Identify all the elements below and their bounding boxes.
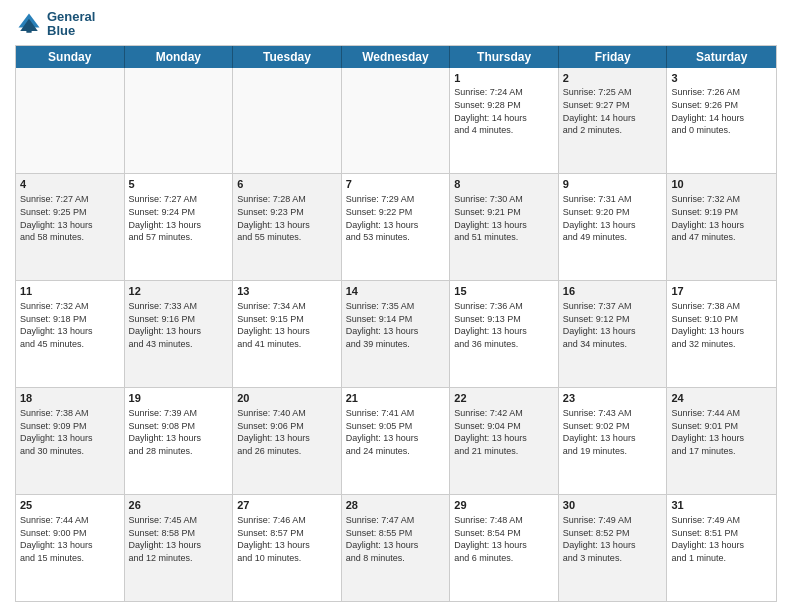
day-info: Sunrise: 7:33 AMSunset: 9:16 PMDaylight:…	[129, 300, 229, 350]
calendar-header: SundayMondayTuesdayWednesdayThursdayFrid…	[16, 46, 776, 68]
svg-rect-2	[26, 28, 31, 33]
day-number: 7	[346, 177, 446, 192]
day-info: Sunrise: 7:39 AMSunset: 9:08 PMDaylight:…	[129, 407, 229, 457]
day-info: Sunrise: 7:38 AMSunset: 9:10 PMDaylight:…	[671, 300, 772, 350]
day-cell-8: 8Sunrise: 7:30 AMSunset: 9:21 PMDaylight…	[450, 174, 559, 280]
day-cell-19: 19Sunrise: 7:39 AMSunset: 9:08 PMDayligh…	[125, 388, 234, 494]
day-cell-24: 24Sunrise: 7:44 AMSunset: 9:01 PMDayligh…	[667, 388, 776, 494]
day-cell-5: 5Sunrise: 7:27 AMSunset: 9:24 PMDaylight…	[125, 174, 234, 280]
day-info: Sunrise: 7:34 AMSunset: 9:15 PMDaylight:…	[237, 300, 337, 350]
day-number: 26	[129, 498, 229, 513]
day-info: Sunrise: 7:28 AMSunset: 9:23 PMDaylight:…	[237, 193, 337, 243]
day-number: 5	[129, 177, 229, 192]
day-cell-1: 1Sunrise: 7:24 AMSunset: 9:28 PMDaylight…	[450, 68, 559, 174]
day-info: Sunrise: 7:27 AMSunset: 9:24 PMDaylight:…	[129, 193, 229, 243]
calendar-row-3: 11Sunrise: 7:32 AMSunset: 9:18 PMDayligh…	[16, 280, 776, 387]
day-cell-20: 20Sunrise: 7:40 AMSunset: 9:06 PMDayligh…	[233, 388, 342, 494]
calendar-body: 1Sunrise: 7:24 AMSunset: 9:28 PMDaylight…	[16, 68, 776, 601]
day-info: Sunrise: 7:35 AMSunset: 9:14 PMDaylight:…	[346, 300, 446, 350]
day-info: Sunrise: 7:46 AMSunset: 8:57 PMDaylight:…	[237, 514, 337, 564]
day-cell-4: 4Sunrise: 7:27 AMSunset: 9:25 PMDaylight…	[16, 174, 125, 280]
day-number: 21	[346, 391, 446, 406]
day-number: 8	[454, 177, 554, 192]
day-info: Sunrise: 7:32 AMSunset: 9:18 PMDaylight:…	[20, 300, 120, 350]
day-info: Sunrise: 7:37 AMSunset: 9:12 PMDaylight:…	[563, 300, 663, 350]
logo: General Blue	[15, 10, 95, 39]
day-number: 11	[20, 284, 120, 299]
logo-icon	[15, 10, 43, 38]
day-info: Sunrise: 7:36 AMSunset: 9:13 PMDaylight:…	[454, 300, 554, 350]
calendar: SundayMondayTuesdayWednesdayThursdayFrid…	[15, 45, 777, 602]
day-cell-14: 14Sunrise: 7:35 AMSunset: 9:14 PMDayligh…	[342, 281, 451, 387]
day-info: Sunrise: 7:30 AMSunset: 9:21 PMDaylight:…	[454, 193, 554, 243]
day-cell-16: 16Sunrise: 7:37 AMSunset: 9:12 PMDayligh…	[559, 281, 668, 387]
day-info: Sunrise: 7:38 AMSunset: 9:09 PMDaylight:…	[20, 407, 120, 457]
day-cell-29: 29Sunrise: 7:48 AMSunset: 8:54 PMDayligh…	[450, 495, 559, 601]
weekday-header-friday: Friday	[559, 46, 668, 68]
day-cell-9: 9Sunrise: 7:31 AMSunset: 9:20 PMDaylight…	[559, 174, 668, 280]
day-info: Sunrise: 7:49 AMSunset: 8:52 PMDaylight:…	[563, 514, 663, 564]
day-cell-23: 23Sunrise: 7:43 AMSunset: 9:02 PMDayligh…	[559, 388, 668, 494]
day-info: Sunrise: 7:42 AMSunset: 9:04 PMDaylight:…	[454, 407, 554, 457]
day-cell-12: 12Sunrise: 7:33 AMSunset: 9:16 PMDayligh…	[125, 281, 234, 387]
empty-cell	[342, 68, 451, 174]
day-cell-11: 11Sunrise: 7:32 AMSunset: 9:18 PMDayligh…	[16, 281, 125, 387]
day-cell-13: 13Sunrise: 7:34 AMSunset: 9:15 PMDayligh…	[233, 281, 342, 387]
day-number: 20	[237, 391, 337, 406]
day-info: Sunrise: 7:40 AMSunset: 9:06 PMDaylight:…	[237, 407, 337, 457]
calendar-row-4: 18Sunrise: 7:38 AMSunset: 9:09 PMDayligh…	[16, 387, 776, 494]
logo-text: General Blue	[47, 10, 95, 39]
day-number: 25	[20, 498, 120, 513]
empty-cell	[125, 68, 234, 174]
day-number: 23	[563, 391, 663, 406]
weekday-header-tuesday: Tuesday	[233, 46, 342, 68]
day-info: Sunrise: 7:44 AMSunset: 9:01 PMDaylight:…	[671, 407, 772, 457]
day-info: Sunrise: 7:26 AMSunset: 9:26 PMDaylight:…	[671, 86, 772, 136]
day-cell-17: 17Sunrise: 7:38 AMSunset: 9:10 PMDayligh…	[667, 281, 776, 387]
day-cell-10: 10Sunrise: 7:32 AMSunset: 9:19 PMDayligh…	[667, 174, 776, 280]
empty-cell	[233, 68, 342, 174]
day-cell-28: 28Sunrise: 7:47 AMSunset: 8:55 PMDayligh…	[342, 495, 451, 601]
day-info: Sunrise: 7:41 AMSunset: 9:05 PMDaylight:…	[346, 407, 446, 457]
day-number: 29	[454, 498, 554, 513]
day-number: 30	[563, 498, 663, 513]
day-number: 9	[563, 177, 663, 192]
day-info: Sunrise: 7:45 AMSunset: 8:58 PMDaylight:…	[129, 514, 229, 564]
day-number: 14	[346, 284, 446, 299]
day-number: 3	[671, 71, 772, 86]
day-info: Sunrise: 7:32 AMSunset: 9:19 PMDaylight:…	[671, 193, 772, 243]
calendar-row-1: 1Sunrise: 7:24 AMSunset: 9:28 PMDaylight…	[16, 68, 776, 174]
day-cell-26: 26Sunrise: 7:45 AMSunset: 8:58 PMDayligh…	[125, 495, 234, 601]
day-number: 28	[346, 498, 446, 513]
calendar-row-2: 4Sunrise: 7:27 AMSunset: 9:25 PMDaylight…	[16, 173, 776, 280]
day-number: 15	[454, 284, 554, 299]
day-cell-6: 6Sunrise: 7:28 AMSunset: 9:23 PMDaylight…	[233, 174, 342, 280]
day-number: 27	[237, 498, 337, 513]
day-info: Sunrise: 7:25 AMSunset: 9:27 PMDaylight:…	[563, 86, 663, 136]
day-cell-21: 21Sunrise: 7:41 AMSunset: 9:05 PMDayligh…	[342, 388, 451, 494]
weekday-header-sunday: Sunday	[16, 46, 125, 68]
day-cell-3: 3Sunrise: 7:26 AMSunset: 9:26 PMDaylight…	[667, 68, 776, 174]
day-number: 17	[671, 284, 772, 299]
day-cell-15: 15Sunrise: 7:36 AMSunset: 9:13 PMDayligh…	[450, 281, 559, 387]
day-cell-27: 27Sunrise: 7:46 AMSunset: 8:57 PMDayligh…	[233, 495, 342, 601]
day-cell-30: 30Sunrise: 7:49 AMSunset: 8:52 PMDayligh…	[559, 495, 668, 601]
day-number: 22	[454, 391, 554, 406]
day-number: 4	[20, 177, 120, 192]
day-cell-22: 22Sunrise: 7:42 AMSunset: 9:04 PMDayligh…	[450, 388, 559, 494]
day-info: Sunrise: 7:24 AMSunset: 9:28 PMDaylight:…	[454, 86, 554, 136]
day-number: 13	[237, 284, 337, 299]
day-number: 18	[20, 391, 120, 406]
day-number: 12	[129, 284, 229, 299]
day-number: 6	[237, 177, 337, 192]
day-number: 16	[563, 284, 663, 299]
day-cell-31: 31Sunrise: 7:49 AMSunset: 8:51 PMDayligh…	[667, 495, 776, 601]
weekday-header-thursday: Thursday	[450, 46, 559, 68]
day-number: 19	[129, 391, 229, 406]
day-number: 24	[671, 391, 772, 406]
day-cell-7: 7Sunrise: 7:29 AMSunset: 9:22 PMDaylight…	[342, 174, 451, 280]
day-info: Sunrise: 7:43 AMSunset: 9:02 PMDaylight:…	[563, 407, 663, 457]
day-info: Sunrise: 7:44 AMSunset: 9:00 PMDaylight:…	[20, 514, 120, 564]
day-cell-2: 2Sunrise: 7:25 AMSunset: 9:27 PMDaylight…	[559, 68, 668, 174]
weekday-header-saturday: Saturday	[667, 46, 776, 68]
